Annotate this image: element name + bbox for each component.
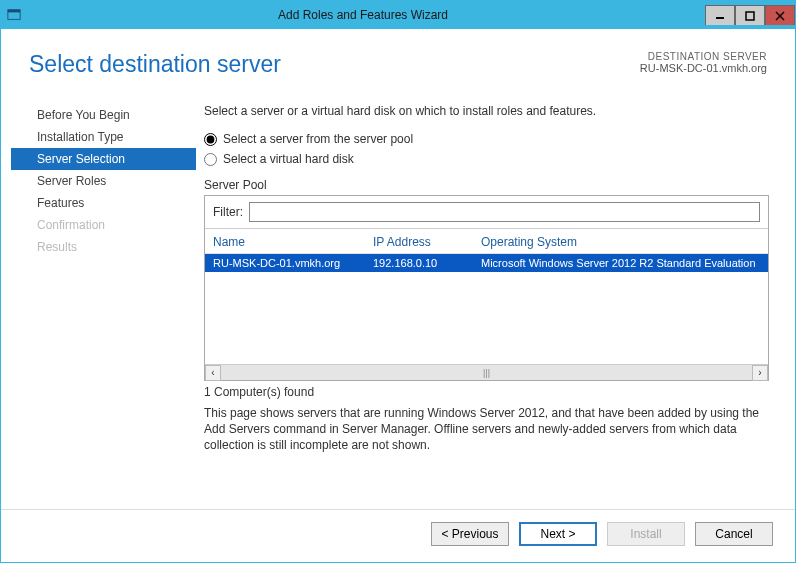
sidebar-item-label: Confirmation	[37, 218, 105, 232]
sidebar-item-server-selection[interactable]: Server Selection	[11, 148, 196, 170]
page-note: This page shows servers that are running…	[204, 405, 769, 454]
wizard-footer: < Previous Next > Install Cancel	[1, 509, 795, 562]
window-title: Add Roles and Features Wizard	[21, 8, 705, 22]
destination-value: RU-MSK-DC-01.vmkh.org	[640, 62, 767, 74]
sidebar-item-label: Installation Type	[37, 130, 124, 144]
radio-server-pool-label: Select a server from the server pool	[223, 132, 413, 146]
previous-button[interactable]: < Previous	[431, 522, 509, 546]
sidebar-item-features[interactable]: Features	[11, 192, 196, 214]
next-button[interactable]: Next >	[519, 522, 597, 546]
page-title: Select destination server	[29, 51, 281, 78]
titlebar: Add Roles and Features Wizard	[1, 1, 795, 29]
cell-ip: 192.168.0.10	[373, 257, 481, 269]
instruction-text: Select a server or a virtual hard disk o…	[204, 104, 769, 118]
server-pool-label: Server Pool	[204, 178, 769, 192]
radio-vhd[interactable]: Select a virtual hard disk	[204, 152, 769, 166]
table-row[interactable]: RU-MSK-DC-01.vmkh.org 192.168.0.10 Micro…	[205, 254, 768, 272]
scroll-left-icon[interactable]: ‹	[205, 365, 221, 381]
radio-vhd-label: Select a virtual hard disk	[223, 152, 354, 166]
maximize-button[interactable]	[735, 5, 765, 25]
wizard-main: Select a server or a virtual hard disk o…	[196, 84, 785, 509]
column-name[interactable]: Name	[213, 235, 373, 249]
minimize-button[interactable]	[705, 5, 735, 25]
svg-rect-3	[746, 12, 754, 20]
destination-block: DESTINATION SERVER RU-MSK-DC-01.vmkh.org	[640, 51, 767, 74]
cancel-button[interactable]: Cancel	[695, 522, 773, 546]
computer-count: 1 Computer(s) found	[204, 385, 769, 399]
titlebar-left	[7, 8, 21, 22]
horizontal-scrollbar[interactable]: ‹ ||| ›	[205, 364, 768, 380]
sidebar-item-label: Features	[37, 196, 84, 210]
sidebar-item-server-roles[interactable]: Server Roles	[11, 170, 196, 192]
sidebar-item-confirmation: Confirmation	[11, 214, 196, 236]
sidebar-item-label: Server Selection	[37, 152, 125, 166]
client-area: Select destination server DESTINATION SE…	[1, 29, 795, 562]
column-ip[interactable]: IP Address	[373, 235, 481, 249]
sidebar-item-before-you-begin[interactable]: Before You Begin	[11, 104, 196, 126]
server-pool-panel: Filter: Name IP Address Operating System…	[204, 195, 769, 381]
filter-input[interactable]	[249, 202, 760, 222]
table-body: RU-MSK-DC-01.vmkh.org 192.168.0.10 Micro…	[205, 254, 768, 364]
scroll-right-icon[interactable]: ›	[752, 365, 768, 381]
sidebar-item-label: Results	[37, 240, 77, 254]
wizard-sidebar: Before You Begin Installation Type Serve…	[11, 84, 196, 509]
sidebar-item-installation-type[interactable]: Installation Type	[11, 126, 196, 148]
wizard-window: Add Roles and Features Wizard Select des…	[0, 0, 796, 563]
radio-server-pool[interactable]: Select a server from the server pool	[204, 132, 769, 146]
window-controls	[705, 5, 795, 25]
filter-row: Filter:	[205, 196, 768, 229]
filter-label: Filter:	[213, 205, 243, 219]
radio-vhd-input[interactable]	[204, 153, 217, 166]
table-header: Name IP Address Operating System	[205, 229, 768, 254]
page-header: Select destination server DESTINATION SE…	[1, 29, 795, 84]
radio-server-pool-input[interactable]	[204, 133, 217, 146]
cell-os: Microsoft Windows Server 2012 R2 Standar…	[481, 257, 760, 269]
scroll-track[interactable]: |||	[221, 366, 752, 380]
sidebar-item-label: Before You Begin	[37, 108, 130, 122]
destination-label: DESTINATION SERVER	[640, 51, 767, 62]
close-button[interactable]	[765, 5, 795, 25]
wizard-body: Before You Begin Installation Type Serve…	[1, 84, 795, 509]
cell-name: RU-MSK-DC-01.vmkh.org	[213, 257, 373, 269]
install-button: Install	[607, 522, 685, 546]
sidebar-item-label: Server Roles	[37, 174, 106, 188]
app-icon	[7, 8, 21, 22]
svg-rect-1	[8, 10, 20, 13]
column-os[interactable]: Operating System	[481, 235, 760, 249]
sidebar-item-results: Results	[11, 236, 196, 258]
